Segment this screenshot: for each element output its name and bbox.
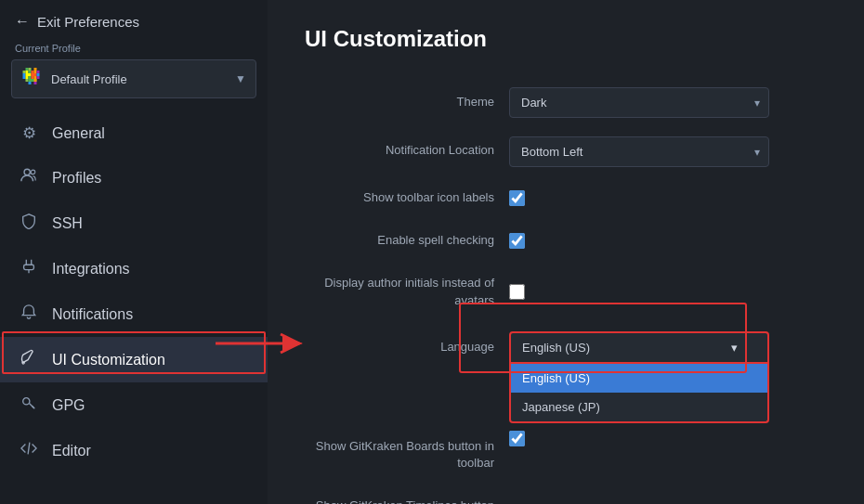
svg-point-25 (31, 170, 35, 174)
plug-icon (19, 258, 39, 279)
language-label: Language (305, 322, 509, 373)
profile-selector[interactable]: Default Profile ▼ (11, 59, 256, 98)
svg-rect-7 (34, 71, 37, 73)
svg-rect-19 (26, 79, 29, 82)
display-author-checkbox[interactable] (509, 284, 525, 300)
sidebar-item-general-label: General (52, 125, 105, 142)
exit-arrow-icon: ← (15, 13, 30, 30)
svg-rect-16 (32, 76, 34, 79)
notification-location-control: Bottom Left Bottom Right Top Left Top Ri… (509, 127, 825, 176)
svg-rect-4 (26, 71, 29, 73)
sidebar-item-ui-customization[interactable]: UI Customization (0, 337, 268, 382)
nav-menu: ⚙ General Profiles SSH (0, 111, 268, 504)
svg-line-34 (28, 443, 30, 455)
svg-rect-23 (34, 82, 37, 84)
gear-icon: ⚙ (19, 123, 39, 143)
language-option-ja[interactable]: Japanese (JP) (511, 393, 767, 421)
notification-location-label: Notification Location (305, 127, 509, 176)
language-chevron-icon: ▾ (731, 341, 738, 355)
sidebar-item-editor[interactable]: Editor (0, 428, 268, 473)
language-control: English (US) ▾ English (US) Japanese (JP… (509, 322, 825, 373)
display-author-label: Display author initials instead of avata… (305, 262, 509, 321)
theme-label: Theme (305, 78, 509, 127)
svg-rect-3 (23, 71, 26, 73)
sidebar-item-general[interactable]: ⚙ General (0, 111, 268, 155)
svg-rect-11 (32, 73, 37, 76)
settings-grid: Theme Dark Light ▾ Notification Location… (305, 78, 825, 504)
svg-point-24 (24, 169, 30, 174)
svg-rect-18 (37, 76, 40, 79)
svg-rect-14 (26, 76, 29, 79)
profile-pixel-icon (21, 68, 44, 90)
exit-preferences-label: Exit Preferences (37, 14, 139, 30)
sidebar-item-integrations-label: Integrations (52, 261, 130, 278)
notification-location-select-wrapper: Bottom Left Bottom Right Top Left Top Ri… (509, 136, 769, 167)
svg-line-33 (33, 407, 34, 408)
sidebar: ← Exit Preferences Current Profile (0, 0, 268, 504)
svg-rect-13 (23, 76, 26, 79)
enable-spell-checkbox[interactable] (509, 233, 525, 249)
main-content: UI Customization Theme Dark Light ▾ Noti… (268, 0, 864, 504)
svg-rect-0 (26, 68, 29, 71)
svg-rect-15 (29, 76, 32, 79)
language-dropdown: English (US) Japanese (JP) (509, 364, 769, 423)
svg-rect-21 (34, 79, 37, 82)
svg-rect-8 (37, 71, 40, 73)
language-select-display[interactable]: English (US) ▾ (509, 331, 769, 364)
profile-chevron-icon: ▼ (235, 72, 246, 85)
theme-control: Dark Light ▾ (509, 78, 825, 127)
sidebar-item-notifications[interactable]: Notifications (0, 291, 268, 337)
brush-icon (19, 349, 39, 370)
notification-location-select[interactable]: Bottom Left Bottom Right Top Left Top Ri… (509, 136, 769, 167)
svg-rect-17 (34, 76, 37, 79)
show-timelines-control (509, 485, 825, 504)
sidebar-item-integrations[interactable]: Integrations (0, 246, 268, 291)
sidebar-item-ui-customization-label: UI Customization (52, 352, 165, 368)
svg-point-31 (23, 398, 30, 405)
svg-rect-2 (34, 68, 37, 71)
sidebar-item-notifications-label: Notifications (52, 306, 133, 323)
profile-name: Default Profile (51, 72, 228, 86)
page-title: UI Customization (305, 26, 827, 52)
svg-rect-12 (37, 73, 40, 76)
bell-icon (19, 304, 39, 325)
show-toolbar-checkbox[interactable] (509, 190, 525, 206)
svg-rect-28 (24, 265, 34, 269)
svg-rect-1 (29, 68, 32, 71)
show-timelines-label: Show GitKraken Timelines button in (305, 485, 509, 504)
show-boards-checkbox[interactable] (509, 431, 525, 446)
code-icon (19, 440, 39, 461)
language-dropdown-wrapper: English (US) ▾ English (US) Japanese (JP… (509, 331, 769, 364)
enable-spell-control (509, 219, 825, 262)
svg-rect-6 (32, 71, 34, 73)
display-author-control (509, 262, 825, 321)
shield-icon (19, 213, 39, 234)
svg-rect-9 (23, 73, 26, 76)
sidebar-item-ssh-label: SSH (52, 215, 83, 232)
sidebar-item-editor-label: Editor (52, 443, 91, 459)
svg-rect-22 (29, 82, 32, 84)
svg-rect-10 (26, 73, 32, 76)
theme-select[interactable]: Dark Light (509, 87, 769, 118)
exit-preferences-button[interactable]: ← Exit Preferences (0, 0, 268, 39)
show-toolbar-label: Show toolbar icon labels (305, 176, 509, 219)
profiles-icon (19, 167, 39, 188)
theme-select-wrapper: Dark Light ▾ (509, 87, 769, 118)
key-icon (19, 394, 39, 416)
svg-line-32 (29, 403, 34, 408)
enable-spell-label: Enable spell checking (305, 219, 509, 262)
sidebar-item-gpg-label: GPG (52, 397, 85, 414)
sidebar-item-profiles-label: Profiles (52, 170, 101, 187)
sidebar-item-ssh[interactable]: SSH (0, 200, 268, 246)
sidebar-item-profiles[interactable]: Profiles (0, 155, 268, 200)
language-option-en-us[interactable]: English (US) (511, 364, 767, 393)
sidebar-item-gpg[interactable]: GPG (0, 382, 268, 428)
show-boards-label: Show GitKraken Boards button in toolbar (305, 373, 509, 485)
current-profile-label: Current Profile (0, 39, 268, 59)
svg-rect-5 (29, 71, 32, 73)
show-toolbar-control (509, 176, 825, 219)
language-current-value: English (US) (522, 341, 590, 355)
